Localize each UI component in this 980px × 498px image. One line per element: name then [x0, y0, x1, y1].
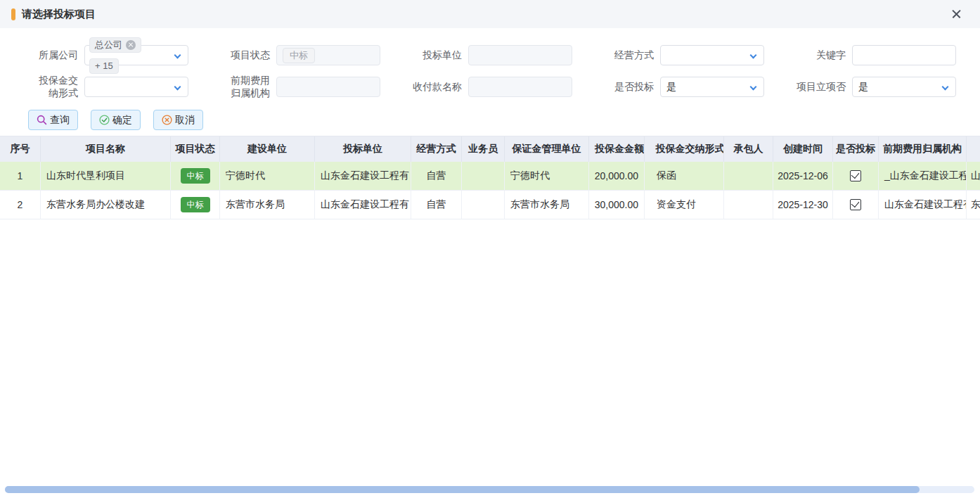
- filter-keyword-label: 关键字: [772, 49, 852, 62]
- filter-payment-name-label: 收付款名称: [388, 81, 468, 94]
- chevron-down-icon: [174, 52, 181, 59]
- filter-payment-name: 收付款名称: [388, 71, 580, 103]
- filter-project-approved: 项目立项否 是: [772, 71, 964, 103]
- cell-bid-unit: 山东金石建设工程有: [315, 162, 411, 191]
- cell-build-unit: 宁德时代: [220, 162, 315, 191]
- cell-clipped: 山: [967, 162, 980, 191]
- toolbar: 查询 确定 取消: [0, 106, 980, 136]
- cell-project-name: 东营水务局办公楼改建: [41, 191, 171, 219]
- filter-fee-org: 前期费用 归属机构: [196, 71, 388, 103]
- cancel-circle-icon: [162, 115, 172, 125]
- filter-project-status-input: 中标: [276, 45, 380, 65]
- filter-pay-form-select[interactable]: [84, 77, 188, 97]
- confirm-button[interactable]: 确定: [91, 110, 141, 130]
- chevron-down-icon: [942, 84, 949, 91]
- col-header-create-time: 创建时间: [773, 136, 833, 162]
- col-header-pay-form: 投保金交纳形式: [645, 136, 724, 162]
- cancel-button-label: 取消: [175, 114, 195, 127]
- close-icon[interactable]: [950, 8, 963, 20]
- filter-form: 所属公司 总公司 + 15 项目状态 中标 投标单位 经营方式: [0, 28, 980, 106]
- horizontal-scrollbar-thumb[interactable]: [5, 486, 920, 493]
- chevron-down-icon: [750, 52, 757, 59]
- query-button-label: 查询: [50, 114, 70, 127]
- filter-fee-org-input: [276, 77, 380, 97]
- cell-build-unit: 东营市水务局: [220, 191, 315, 219]
- is-bid-checkbox[interactable]: [850, 170, 861, 181]
- table-row[interactable]: 2 东营水务局办公楼改建 中标 东营市水务局 山东金石建设工程有 自营 东营市水…: [0, 191, 980, 219]
- horizontal-scrollbar-track[interactable]: [5, 486, 974, 493]
- filter-is-bid: 是否投标 是: [580, 71, 772, 103]
- cell-insure-amount: 30,000.00: [589, 191, 645, 219]
- cell-create-time: 2025-12-06: [773, 162, 833, 191]
- filter-project-approved-select[interactable]: 是: [852, 77, 956, 97]
- col-header-project-name: 项目名称: [41, 136, 171, 162]
- cell-margin-unit: 宁德时代: [505, 162, 589, 191]
- filter-project-approved-label: 项目立项否: [772, 81, 852, 94]
- cell-create-time: 2025-12-30: [773, 191, 833, 219]
- selected-company-tag[interactable]: 总公司: [89, 37, 141, 53]
- filter-pay-form: 投保金交 纳形式: [4, 71, 196, 103]
- col-header-seq: 序号: [0, 136, 41, 162]
- col-header-fee-org: 前期费用归属机构: [879, 136, 967, 162]
- filter-is-bid-label: 是否投标: [580, 81, 660, 94]
- more-tags-badge: + 15: [89, 58, 119, 74]
- filter-bid-unit-label: 投标单位: [388, 49, 468, 62]
- status-badge: 中标: [181, 197, 210, 212]
- table-header-row: 序号 项目名称 项目状态 建设单位 投标单位 经营方式 业务员 保证金管理单位 …: [0, 136, 980, 162]
- cell-salesman: [462, 191, 505, 219]
- filter-keyword-input[interactable]: [852, 45, 956, 65]
- col-header-business-mode: 经营方式: [411, 136, 462, 162]
- cell-seq: 1: [0, 162, 41, 191]
- cancel-button[interactable]: 取消: [153, 110, 203, 130]
- confirm-button-label: 确定: [112, 114, 132, 127]
- cell-business-mode: 自营: [411, 162, 462, 191]
- filter-company: 所属公司 总公司 + 15: [4, 39, 196, 71]
- filter-business-mode-label: 经营方式: [580, 49, 660, 62]
- filter-is-bid-select[interactable]: 是: [660, 77, 764, 97]
- filter-business-mode-select[interactable]: [660, 45, 764, 65]
- cell-bid-unit: 山东金石建设工程有: [315, 191, 411, 219]
- selected-company-tag-label: 总公司: [95, 39, 122, 51]
- check-circle-icon: [99, 115, 110, 125]
- project-approved-value: 是: [858, 81, 868, 94]
- filter-project-status: 项目状态 中标: [196, 39, 388, 71]
- col-header-clipped: [967, 136, 980, 162]
- cell-contractor: [724, 191, 773, 219]
- tag-remove-icon[interactable]: [126, 40, 136, 50]
- cell-business-mode: 自营: [411, 191, 462, 219]
- cell-fee-org: _山东金石建设工程: [879, 162, 967, 191]
- chevron-down-icon: [174, 84, 181, 91]
- cell-is-bid: [833, 162, 879, 191]
- col-header-insure-amount: 投保金金额: [589, 136, 645, 162]
- cell-contractor: [724, 162, 773, 191]
- cell-project-status: 中标: [171, 191, 220, 219]
- cell-clipped: 东: [967, 191, 980, 219]
- dialog-title: 请选择投标项目: [22, 8, 96, 21]
- filter-business-mode: 经营方式: [580, 39, 772, 71]
- cell-fee-org: 山东金石建设工程有: [879, 191, 967, 219]
- search-icon: [37, 115, 47, 125]
- col-header-bid-unit: 投标单位: [315, 136, 411, 162]
- select-bid-project-dialog: 请选择投标项目 所属公司 总公司 + 15 项目状态 中标 投标单位: [0, 0, 980, 498]
- col-header-is-bid: 是否投标: [833, 136, 879, 162]
- col-header-project-status: 项目状态: [171, 136, 220, 162]
- query-button[interactable]: 查询: [28, 110, 78, 130]
- dialog-titlebar: 请选择投标项目: [0, 0, 980, 28]
- is-bid-checkbox[interactable]: [850, 199, 861, 210]
- filter-keyword: 关键字: [772, 39, 964, 71]
- cell-salesman: [462, 162, 505, 191]
- is-bid-value: 是: [666, 81, 676, 94]
- filter-bid-unit: 投标单位: [388, 39, 580, 71]
- cell-project-name: 山东时代垦利项目: [41, 162, 171, 191]
- cell-pay-form: 保函: [645, 162, 724, 191]
- filter-pay-form-label: 投保金交 纳形式: [4, 75, 84, 99]
- table-row[interactable]: 1 山东时代垦利项目 中标 宁德时代 山东金石建设工程有 自营 宁德时代 20,…: [0, 162, 980, 191]
- filter-fee-org-label: 前期费用 归属机构: [196, 75, 276, 99]
- filter-company-label: 所属公司: [4, 49, 84, 62]
- cell-pay-form: 资金支付: [645, 191, 724, 219]
- cell-insure-amount: 20,000.00: [589, 162, 645, 191]
- col-header-salesman: 业务员: [462, 136, 505, 162]
- status-badge: 中标: [181, 168, 210, 184]
- cell-margin-unit: 东营市水务局: [505, 191, 589, 219]
- filter-company-select[interactable]: 总公司 + 15: [84, 45, 188, 65]
